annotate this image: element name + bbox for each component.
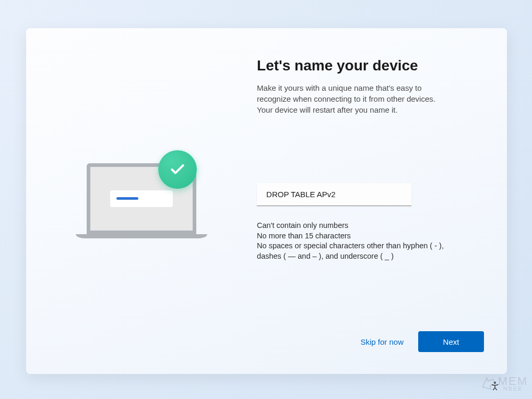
watermark-sub: NBEE xyxy=(498,386,528,392)
rule-length: No more than 15 characters xyxy=(257,231,460,241)
laptop-text-line-icon xyxy=(116,197,138,200)
laptop-illustration xyxy=(74,163,209,238)
rule-numbers: Can't contain only numbers xyxy=(257,221,460,231)
watermark: MEM NBEE xyxy=(479,375,528,393)
skip-button[interactable]: Skip for now xyxy=(360,337,404,346)
laptop-base-icon xyxy=(76,234,207,238)
laptop-textbox-icon xyxy=(110,190,173,207)
watermark-main: MEM xyxy=(498,376,528,386)
next-button[interactable]: Next xyxy=(418,331,484,352)
accessibility-icon[interactable] xyxy=(489,380,501,392)
footer-actions: Skip for now Next xyxy=(26,331,507,374)
page-description: Make it yours with a unique name that's … xyxy=(257,82,450,115)
rule-characters: No spaces or special characters other th… xyxy=(257,241,460,261)
illustration-pane xyxy=(26,28,257,331)
svg-point-0 xyxy=(494,382,496,383)
form-pane: Let's name your device Make it yours wit… xyxy=(257,28,507,331)
device-name-input[interactable] xyxy=(257,183,411,206)
laptop-screen-icon xyxy=(87,163,196,234)
setup-card: Let's name your device Make it yours wit… xyxy=(26,28,507,374)
checkmark-badge-icon xyxy=(158,150,197,189)
page-title: Let's name your device xyxy=(257,57,487,74)
content-area: Let's name your device Make it yours wit… xyxy=(26,28,507,331)
naming-rules: Can't contain only numbers No more than … xyxy=(257,221,460,261)
